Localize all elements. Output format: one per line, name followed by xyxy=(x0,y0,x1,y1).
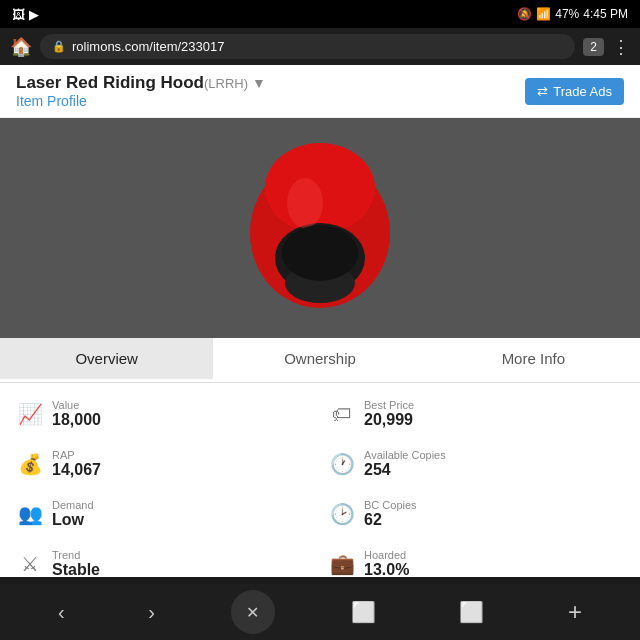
stat-hoarded: 💼 Hoarded 13.0% xyxy=(324,541,628,577)
bc-copies-label: BC Copies xyxy=(364,499,417,511)
value-label: Value xyxy=(52,399,101,411)
item-title-area: Laser Red Riding Hood (LRRH) ▼ Item Prof… xyxy=(16,73,266,109)
status-left-icons: 🖼 ▶ xyxy=(12,7,39,22)
tab-more-info[interactable]: More Info xyxy=(427,338,640,382)
play-icon: ▶ xyxy=(29,7,39,22)
demand-value: Low xyxy=(52,511,94,529)
svg-point-1 xyxy=(265,143,375,233)
bc-copies-icon: 🕑 xyxy=(328,502,356,526)
item-name-row: Laser Red Riding Hood (LRRH) ▼ xyxy=(16,73,266,93)
item-abbr: (LRRH) xyxy=(204,76,248,91)
menu-button[interactable]: ⋮ xyxy=(612,36,630,58)
add-tab-button[interactable]: + xyxy=(560,590,590,634)
hoarded-value: 13.0% xyxy=(364,561,409,577)
tabs-button-1[interactable]: ⬜ xyxy=(343,592,384,632)
time-text: 4:45 PM xyxy=(583,7,628,21)
available-copies-info: Available Copies 254 xyxy=(364,449,446,479)
rap-icon: 💰 xyxy=(16,452,44,476)
status-bar: 🖼 ▶ 🔕 📶 47% 4:45 PM xyxy=(0,0,640,28)
stat-available-copies: 🕐 Available Copies 254 xyxy=(324,441,628,487)
rap-info: RAP 14,067 xyxy=(52,449,101,479)
svg-point-5 xyxy=(282,225,358,281)
address-bar[interactable]: 🔒 rolimons.com/item/233017 xyxy=(40,34,575,59)
available-copies-number: 254 xyxy=(364,461,446,479)
back-button[interactable]: ‹ xyxy=(50,593,73,632)
trend-label: Trend xyxy=(52,549,100,561)
stat-bestprice: 🏷 Best Price 20,999 xyxy=(324,391,628,437)
home-button[interactable]: 🏠 xyxy=(10,36,32,58)
hoarded-label: Hoarded xyxy=(364,549,409,561)
lock-icon: 🔒 xyxy=(52,40,66,53)
chevron-down-icon[interactable]: ▼ xyxy=(252,75,266,91)
stats-area: 📈 Value 18,000 🏷 Best Price 20,999 💰 RAP… xyxy=(0,383,640,577)
item-header: Laser Red Riding Hood (LRRH) ▼ Item Prof… xyxy=(0,65,640,118)
value-icon: 📈 xyxy=(16,402,44,426)
available-copies-icon: 🕐 xyxy=(328,452,356,476)
available-copies-label: Available Copies xyxy=(364,449,446,461)
trade-icon: ⇄ xyxy=(537,84,548,99)
trade-ads-button[interactable]: ⇄ Trade Ads xyxy=(525,78,624,105)
bestprice-label: Best Price xyxy=(364,399,414,411)
stat-bc-copies: 🕑 BC Copies 62 xyxy=(324,491,628,537)
item-name: Laser Red Riding Hood xyxy=(16,73,204,93)
tabs-button-2[interactable]: ⬜ xyxy=(451,592,492,632)
demand-icon: 👥 xyxy=(16,502,44,526)
bottom-nav: ‹ › ✕ ⬜ ⬜ + xyxy=(0,584,640,640)
item-image xyxy=(230,138,410,318)
tabs-bar: Overview Ownership More Info xyxy=(0,338,640,383)
media-icon: 🖼 xyxy=(12,7,25,22)
bc-copies-info: BC Copies 62 xyxy=(364,499,417,529)
url-text: rolimons.com/item/233017 xyxy=(72,39,224,54)
demand-label: Demand xyxy=(52,499,94,511)
rap-number: 14,067 xyxy=(52,461,101,479)
tab-overview[interactable]: Overview xyxy=(0,338,213,382)
signal-icon: 📶 xyxy=(536,7,551,21)
trend-icon: ⚔ xyxy=(16,552,44,576)
hoarded-icon: 💼 xyxy=(328,552,356,576)
status-right-info: 🔕 📶 47% 4:45 PM xyxy=(517,7,628,21)
hoarded-info: Hoarded 13.0% xyxy=(364,549,409,577)
mute-icon: 🔕 xyxy=(517,7,532,21)
browser-chrome: 🏠 🔒 rolimons.com/item/233017 2 ⋮ xyxy=(0,28,640,65)
trend-value: Stable xyxy=(52,561,100,577)
value-number: 18,000 xyxy=(52,411,101,429)
refresh-button[interactable]: ✕ xyxy=(231,590,275,634)
bestprice-icon: 🏷 xyxy=(328,403,356,426)
trade-ads-label: Trade Ads xyxy=(553,84,612,99)
rap-label: RAP xyxy=(52,449,101,461)
bestprice-info: Best Price 20,999 xyxy=(364,399,414,429)
bc-copies-number: 62 xyxy=(364,511,417,529)
forward-button[interactable]: › xyxy=(140,593,163,632)
stat-trend: ⚔ Trend Stable xyxy=(12,541,316,577)
value-info: Value 18,000 xyxy=(52,399,101,429)
page-content: Laser Red Riding Hood (LRRH) ▼ Item Prof… xyxy=(0,65,640,577)
item-profile-link[interactable]: Item Profile xyxy=(16,93,266,109)
svg-point-4 xyxy=(287,178,323,228)
bestprice-number: 20,999 xyxy=(364,411,414,429)
trend-info: Trend Stable xyxy=(52,549,100,577)
tab-count[interactable]: 2 xyxy=(583,38,604,56)
stat-value: 📈 Value 18,000 xyxy=(12,391,316,437)
stat-rap: 💰 RAP 14,067 xyxy=(12,441,316,487)
demand-info: Demand Low xyxy=(52,499,94,529)
battery-text: 47% xyxy=(555,7,579,21)
item-image-area xyxy=(0,118,640,338)
stat-demand: 👥 Demand Low xyxy=(12,491,316,537)
stats-grid: 📈 Value 18,000 🏷 Best Price 20,999 💰 RAP… xyxy=(12,391,628,577)
tab-ownership[interactable]: Ownership xyxy=(213,338,426,382)
